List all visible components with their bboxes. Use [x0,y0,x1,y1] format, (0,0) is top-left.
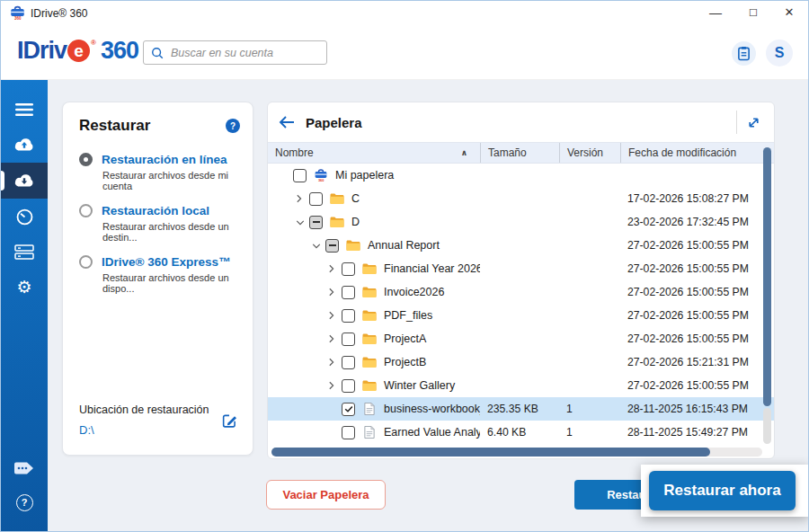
radio-express[interactable] [79,255,93,269]
sidebar-item-menu[interactable] [1,92,48,128]
chevron-right-icon[interactable] [296,194,309,203]
search-box[interactable] [143,40,327,65]
option-label[interactable]: IDrive® 360 Express™ [102,255,231,269]
row-version: 1 [559,397,620,421]
titlebar: 360 IDrive® 360 — ☐ ✕ [1,1,808,26]
header-divider [736,111,737,134]
folder-icon [362,286,377,298]
folder-icon [330,192,344,205]
file-icon [362,426,377,439]
column-header-date[interactable]: Fecha de modificación [620,143,774,163]
column-header-version[interactable]: Versión [559,143,620,163]
activity-log-button[interactable] [732,41,756,66]
row-size [480,350,559,374]
hamburger-icon [14,102,34,117]
option-description: Restaurar archivos desde un dispo... [102,272,240,294]
row-checkbox[interactable] [342,286,355,299]
table-row[interactable]: Financial Year 202627-02-2026 15:00:55 P… [268,257,774,280]
table-row[interactable]: Winter Gallery27-02-2026 15:00:55 PM [268,374,774,397]
chevron-right-icon[interactable] [328,311,342,320]
restore-option-express[interactable]: IDrive® 360 Express™ Restaurar archivos … [79,255,240,294]
row-checkbox[interactable] [309,192,323,206]
chevron-down-icon[interactable] [296,219,309,226]
table-row[interactable]: Invoice202627-02-2026 15:00:55 PM [268,280,774,304]
vertical-scrollbar[interactable] [763,147,771,444]
table-row[interactable]: 360Mi papelera [268,164,774,187]
minimize-button[interactable]: — [706,1,725,26]
table-header: Nombre ∧ Tamaño Versión Fecha de modific… [268,142,774,164]
sidebar-item-restore[interactable] [1,163,48,199]
table-row[interactable]: Annual Report27-02-2026 15:00:55 PM [268,234,774,257]
radio-local[interactable] [79,204,93,217]
row-checkbox[interactable] [342,426,355,439]
sidebar-item-help[interactable]: ? [1,484,48,520]
expand-view-button[interactable] [746,115,761,130]
radio-online[interactable] [79,153,93,166]
row-checkbox[interactable] [325,239,339,253]
sidebar-item-settings[interactable]: ⚙ [1,269,48,305]
sidebar-item-backup[interactable] [1,127,48,163]
svg-text:360: 360 [318,178,324,182]
column-header-name[interactable]: Nombre ∧ [268,143,480,163]
table-row[interactable]: business-workbook_...235.35 KB128-11-202… [268,397,774,421]
restore-option-local[interactable]: Restauración local Restaurar archivos de… [79,204,240,243]
row-checkbox[interactable] [342,332,355,346]
row-date: 27-02-2026 15:00:55 PM [620,234,774,257]
row-checkbox[interactable] [342,379,355,393]
chevron-right-icon[interactable] [328,358,342,367]
row-name: ProjectA [384,332,426,345]
restore-now-callout-button[interactable]: Restaurar ahora [649,471,796,510]
help-badge-icon[interactable]: ? [226,119,240,133]
table-row[interactable]: D23-02-2026 17:32:45 PM [268,210,774,234]
row-version [559,327,620,350]
restore-option-online[interactable]: Restauración en línea Restaurar archivos… [79,153,240,191]
cloud-download-icon [13,173,35,189]
back-button[interactable] [279,116,295,129]
column-header-size[interactable]: Tamaño [480,143,559,163]
avatar[interactable]: S [766,40,793,66]
horizontal-scrollbar[interactable] [271,448,762,457]
row-size: 6.40 KB [480,421,559,444]
row-checkbox[interactable] [342,309,355,323]
empty-trash-button[interactable]: Vaciar Papelera [266,480,386,510]
table-row[interactable]: PDF_files27-02-2026 15:00:55 PM [268,304,774,327]
row-name: business-workbook_... [384,403,480,415]
horizontal-scrollbar-thumb[interactable] [271,448,710,457]
chevron-right-icon[interactable] [328,334,342,343]
search-input[interactable] [169,46,326,60]
table-row[interactable]: ProjectB27-02-2026 15:21:31 PM [268,350,774,374]
row-checkbox[interactable] [309,216,323,229]
table-row[interactable]: C17-02-2026 15:08:27 PM [268,187,774,210]
close-button[interactable]: ✕ [779,1,799,26]
sidebar-item-feedback[interactable] [1,450,48,486]
restore-location-value[interactable]: D:\ [79,423,209,437]
row-checkbox[interactable] [342,262,355,276]
chevron-down-icon[interactable] [312,243,325,249]
svg-text:360: 360 [14,16,22,21]
edit-location-button[interactable] [221,412,238,433]
row-checkbox[interactable] [342,356,355,369]
restore-panel: Restaurar ? Restauración en línea Restau… [62,102,253,456]
vertical-scrollbar-thumb[interactable] [763,147,771,406]
option-label[interactable]: Restauración en línea [102,153,227,166]
table-row[interactable]: ProjectA27-02-2026 15:00:55 PM [268,327,774,350]
row-size: 235.35 KB [480,397,559,421]
row-checkbox[interactable] [293,169,307,182]
maximize-button[interactable]: ☐ [743,1,763,26]
row-date: 17-02-2026 15:08:27 PM [620,187,774,210]
chevron-right-icon[interactable] [328,264,342,273]
chevron-right-icon[interactable] [328,288,342,297]
logo-360: 360 [101,37,138,65]
table-row[interactable]: Earned Value Analysi...6.40 KB128-11-202… [268,421,774,444]
row-date: 28-11-2025 15:49:27 PM [620,421,774,444]
sidebar-item-devices[interactable] [1,234,48,270]
sort-ascending-icon[interactable]: ∧ [461,148,467,157]
chevron-right-icon[interactable] [328,381,342,390]
option-label[interactable]: Restauración local [102,204,209,217]
row-name: D [351,216,360,228]
sidebar-item-activity[interactable] [1,199,48,235]
row-checkbox[interactable] [342,403,355,416]
vertical-scrollbar-track[interactable] [763,408,771,444]
back-arrow-icon [279,116,295,129]
clipboard-icon [737,46,751,61]
